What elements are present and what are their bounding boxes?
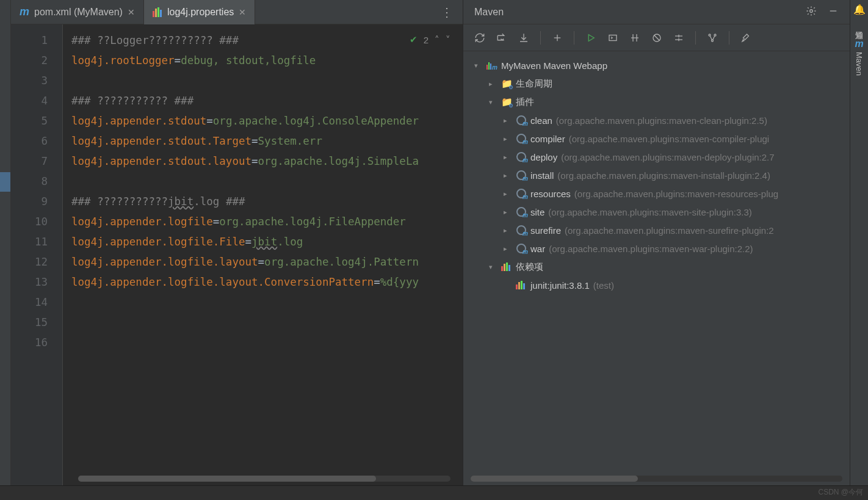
chevron-up-icon[interactable]: ˄ — [435, 34, 439, 45]
svg-point-0 — [810, 9, 813, 12]
maven-header: Maven — [463, 0, 850, 24]
editor-body: 12345678910111213141516 ### ??Logger????… — [11, 24, 463, 485]
watermark: CSDN @今何 — [818, 487, 863, 498]
tab-label: log4j.properties — [167, 7, 234, 18]
code-content[interactable]: ### ??Logger?????????? ###log4j.rootLogg… — [63, 24, 463, 485]
maven-file-icon: m — [20, 5, 29, 18]
close-icon[interactable]: ✕ — [128, 7, 135, 17]
left-tool-strip — [0, 0, 11, 485]
generate-sources-icon[interactable] — [493, 29, 511, 47]
gear-icon[interactable] — [806, 5, 817, 19]
tree-project[interactable]: ▾mMyMaven Maven Webapp — [463, 56, 850, 74]
run-icon[interactable] — [582, 29, 600, 47]
tree-plugin-clean[interactable]: ▸mclean (org.apache.maven.plugins:maven-… — [463, 111, 850, 129]
side-tab-notifications[interactable]: 通知 — [854, 21, 865, 29]
chevron-down-icon[interactable]: ˅ — [446, 34, 450, 45]
reload-icon[interactable] — [471, 29, 489, 47]
tree-dependency[interactable]: junit:junit:3.8.1 (test) — [463, 276, 850, 294]
tree-plugin-surefire[interactable]: ▸msurefire (org.apache.maven.plugins:mav… — [463, 221, 850, 239]
more-tabs-icon[interactable]: ⋮ — [431, 5, 463, 20]
tree-plugin-compiler[interactable]: ▸mcompiler (org.apache.maven.plugins:mav… — [463, 129, 850, 148]
tree-plugin-resources[interactable]: ▸mresources (org.apache.maven.plugins:ma… — [463, 184, 850, 203]
properties-file-icon — [153, 7, 162, 17]
svg-point-14 — [712, 40, 714, 42]
toggle-offline-icon[interactable] — [626, 29, 644, 47]
execute-goal-icon[interactable] — [604, 29, 622, 47]
editor-horizontal-scrollbar[interactable] — [78, 476, 450, 482]
svg-point-12 — [709, 34, 711, 36]
code-editor[interactable]: 12345678910111213141516 ### ??Logger????… — [11, 24, 463, 485]
status-bar — [0, 485, 868, 500]
tree-plugin-install[interactable]: ▸minstall (org.apache.maven.plugins:mave… — [463, 166, 850, 184]
svg-line-9 — [654, 35, 660, 40]
collapse-all-icon[interactable] — [670, 29, 688, 47]
skip-tests-icon[interactable] — [648, 29, 666, 47]
maven-tool-window: Maven ▾mMyMaven Maven Webapp▸📁⚙生命周期▾ — [463, 0, 850, 485]
tree-lifecycle[interactable]: ▸📁⚙生命周期 — [463, 74, 850, 93]
maven-horizontal-scrollbar[interactable] — [471, 476, 842, 482]
maven-title: Maven — [474, 7, 504, 18]
tree-plugin-war[interactable]: ▸mwar (org.apache.maven.plugins:maven-wa… — [463, 239, 850, 258]
inspection-widget[interactable]: ✔ 2 ˄ ˅ — [410, 34, 450, 45]
minimize-icon[interactable] — [828, 5, 839, 19]
notifications-icon[interactable]: 🔔 — [853, 4, 866, 15]
tree-plugins[interactable]: ▾📁⚙插件 — [463, 93, 850, 111]
right-tool-strip: 🔔 通知 mMaven — [850, 0, 868, 485]
settings-icon[interactable] — [737, 29, 755, 47]
tab-log4j-properties[interactable]: log4j.properties ✕ — [144, 0, 255, 24]
check-icon: ✔ — [410, 34, 418, 45]
maven-tree[interactable]: ▾mMyMaven Maven Webapp▸📁⚙生命周期▾📁⚙插件▸mclea… — [463, 51, 850, 485]
svg-point-13 — [714, 34, 716, 36]
side-tab-maven[interactable]: mMaven — [855, 35, 864, 79]
tree-plugin-deploy[interactable]: ▸mdeploy (org.apache.maven.plugins:maven… — [463, 148, 850, 166]
add-icon[interactable] — [548, 29, 566, 47]
tab-label: pom.xml (MyMaven) — [34, 7, 123, 18]
close-icon[interactable]: ✕ — [239, 7, 246, 17]
tab-pom-xml[interactable]: m pom.xml (MyMaven) ✕ — [11, 0, 144, 24]
tree-plugin-site[interactable]: ▸msite (org.apache.maven.plugins:maven-s… — [463, 203, 850, 221]
download-icon[interactable] — [515, 29, 533, 47]
editor-pane: m pom.xml (MyMaven) ✕ log4j.properties ✕… — [11, 0, 463, 485]
tree-dependencies[interactable]: ▾依赖项 — [463, 258, 850, 276]
editor-tab-bar: m pom.xml (MyMaven) ✕ log4j.properties ✕… — [11, 0, 463, 24]
line-number-gutter: 12345678910111213141516 — [11, 24, 63, 485]
problem-count: 2 — [424, 35, 429, 45]
maven-toolbar — [463, 24, 850, 51]
show-dependencies-icon[interactable] — [703, 29, 722, 47]
